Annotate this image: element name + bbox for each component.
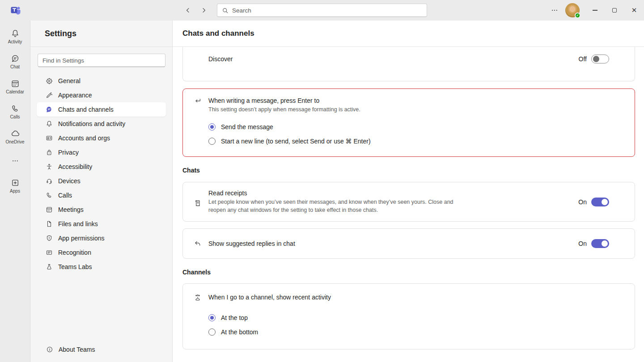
rail-label: OneDrive bbox=[5, 139, 24, 144]
toggle-knob bbox=[593, 56, 599, 62]
radio-at-the-top[interactable]: At the top bbox=[208, 313, 624, 322]
info-icon bbox=[46, 346, 53, 353]
chevron-left-icon bbox=[184, 7, 191, 14]
toggle-knob bbox=[602, 240, 608, 247]
sidebar-item-label: App permissions bbox=[58, 235, 105, 242]
rail-label: Calls bbox=[10, 114, 20, 119]
avatar[interactable]: ✓ bbox=[565, 3, 580, 17]
more-options-button[interactable] bbox=[547, 0, 563, 21]
read-receipts-card: Read receipts Let people know when you’v… bbox=[182, 182, 635, 222]
sidebar-item-accessibility[interactable]: Accessibility bbox=[37, 160, 166, 174]
rail-item-onedrive[interactable]: OneDrive bbox=[0, 124, 30, 149]
rail-item-apps[interactable]: Apps bbox=[0, 173, 30, 198]
settings-content: Chats and channels Discover Off bbox=[173, 21, 644, 362]
about-teams[interactable]: About Teams bbox=[30, 337, 172, 362]
chat-filled-icon bbox=[46, 106, 53, 113]
radio-selected-icon bbox=[208, 123, 216, 130]
sidebar-item-label: Notifications and activity bbox=[58, 120, 125, 127]
discover-toggle[interactable] bbox=[591, 55, 609, 63]
radio-start-new-line[interactable]: Start a new line (to send, select Send o… bbox=[208, 137, 624, 146]
sidebar-item-files[interactable]: Files and links bbox=[37, 217, 166, 231]
sidebar-item-notifications[interactable]: Notifications and activity bbox=[37, 117, 166, 131]
sidebar-item-general[interactable]: General bbox=[37, 74, 166, 88]
document-icon bbox=[46, 220, 53, 227]
channels-section-heading: Channels bbox=[182, 269, 635, 276]
sidebar-item-app-permissions[interactable]: App permissions bbox=[37, 231, 166, 245]
gear-icon bbox=[46, 77, 53, 84]
radio-label: Start a new line (to send, select Send o… bbox=[221, 138, 371, 145]
close-button[interactable]: ✕ bbox=[624, 0, 644, 21]
sidebar-item-label: Privacy bbox=[58, 149, 79, 156]
content-header: Chats and channels bbox=[173, 21, 644, 47]
discover-card: Discover Off bbox=[182, 47, 635, 81]
minimize-button[interactable] bbox=[585, 0, 605, 21]
sidebar-item-chats-and-channels[interactable]: Chats and channels bbox=[37, 102, 166, 117]
close-icon: ✕ bbox=[631, 6, 637, 14]
sidebar-item-privacy[interactable]: Privacy bbox=[37, 145, 166, 160]
maximize-button[interactable] bbox=[605, 0, 624, 21]
ellipsis-icon bbox=[551, 7, 558, 14]
read-receipts-title: Read receipts bbox=[208, 189, 461, 197]
sidebar-item-devices[interactable]: Devices bbox=[37, 174, 166, 188]
page-title: Chats and channels bbox=[182, 29, 254, 38]
sidebar-item-label: Recognition bbox=[58, 249, 91, 256]
people-community-icon bbox=[194, 294, 208, 302]
search-icon bbox=[222, 7, 229, 14]
sidebar-item-meetings[interactable]: Meetings bbox=[37, 202, 166, 217]
radio-at-the-bottom[interactable]: At the bottom bbox=[208, 328, 624, 337]
bell-icon bbox=[11, 29, 20, 38]
sidebar-item-label: Accessibility bbox=[58, 163, 92, 170]
suggested-replies-toggle[interactable] bbox=[591, 239, 609, 248]
lock-icon bbox=[46, 149, 53, 156]
rail-item-chat[interactable]: Chat bbox=[0, 49, 30, 74]
teams-window: ✓ ✕ Activity Chat bbox=[0, 0, 644, 362]
radio-send-message[interactable]: Send the message bbox=[208, 122, 624, 131]
channel-activity-radio-group: At the top At the bottom bbox=[208, 313, 624, 337]
enter-key-icon bbox=[194, 97, 208, 105]
sidebar-item-appearance[interactable]: Appearance bbox=[37, 88, 166, 102]
shield-icon bbox=[46, 235, 53, 242]
enter-setting-title: When writing a message, press Enter to bbox=[208, 97, 360, 104]
read-receipts-toggle[interactable] bbox=[591, 198, 609, 206]
phone-icon bbox=[46, 192, 53, 199]
enter-setting-card: When writing a message, press Enter to T… bbox=[182, 88, 635, 157]
sidebar-item-label: Chats and channels bbox=[58, 106, 114, 113]
rail-label: Activity bbox=[8, 39, 22, 44]
sidebar-item-teams-labs[interactable]: Teams Labs bbox=[37, 260, 166, 274]
bell-icon bbox=[46, 120, 53, 127]
find-in-settings-input[interactable] bbox=[38, 54, 165, 67]
suggested-replies-card: Show suggested replies in chat On bbox=[182, 228, 635, 259]
sidebar-item-label: Teams Labs bbox=[58, 263, 92, 270]
sidebar-list: General Appearance Chats and channels No… bbox=[30, 47, 172, 337]
ellipsis-icon bbox=[12, 157, 19, 164]
sidebar-item-label: Accounts and orgs bbox=[58, 135, 110, 142]
rail-item-calendar[interactable]: Calendar bbox=[0, 74, 30, 99]
back-button[interactable] bbox=[182, 5, 193, 16]
rail-item-activity[interactable]: Activity bbox=[0, 24, 30, 49]
nav-arrows bbox=[182, 5, 209, 16]
rail-more-button[interactable] bbox=[0, 154, 30, 168]
sidebar-item-label: Appearance bbox=[58, 92, 92, 99]
reply-arrow-icon bbox=[194, 240, 208, 248]
search-input[interactable] bbox=[232, 7, 422, 14]
apps-icon bbox=[11, 178, 20, 187]
discover-state-label: Off bbox=[579, 55, 587, 63]
app-rail: Activity Chat Calendar Calls bbox=[0, 21, 30, 362]
receipt-icon bbox=[194, 199, 208, 207]
sidebar-item-label: Devices bbox=[58, 177, 80, 185]
sidebar-item-calls[interactable]: Calls bbox=[37, 188, 166, 202]
read-receipts-description: Let people know when you’ve seen their m… bbox=[208, 198, 461, 214]
sidebar-item-label: Calls bbox=[58, 192, 72, 199]
headset-icon bbox=[46, 177, 53, 185]
search-bar[interactable] bbox=[217, 4, 427, 17]
titlebar: ✓ ✕ bbox=[0, 0, 644, 21]
suggested-replies-state-label: On bbox=[578, 240, 587, 247]
rail-item-calls[interactable]: Calls bbox=[0, 99, 30, 124]
radio-unselected-icon bbox=[208, 138, 216, 145]
cloud-icon bbox=[10, 129, 20, 138]
sidebar-item-recognition[interactable]: Recognition bbox=[37, 245, 166, 260]
settings-scroll-area[interactable]: Discover Off When writing a bbox=[173, 47, 644, 362]
sidebar-item-accounts[interactable]: Accounts and orgs bbox=[37, 131, 166, 145]
suggested-replies-title: Show suggested replies in chat bbox=[208, 240, 295, 247]
forward-button[interactable] bbox=[199, 5, 209, 16]
